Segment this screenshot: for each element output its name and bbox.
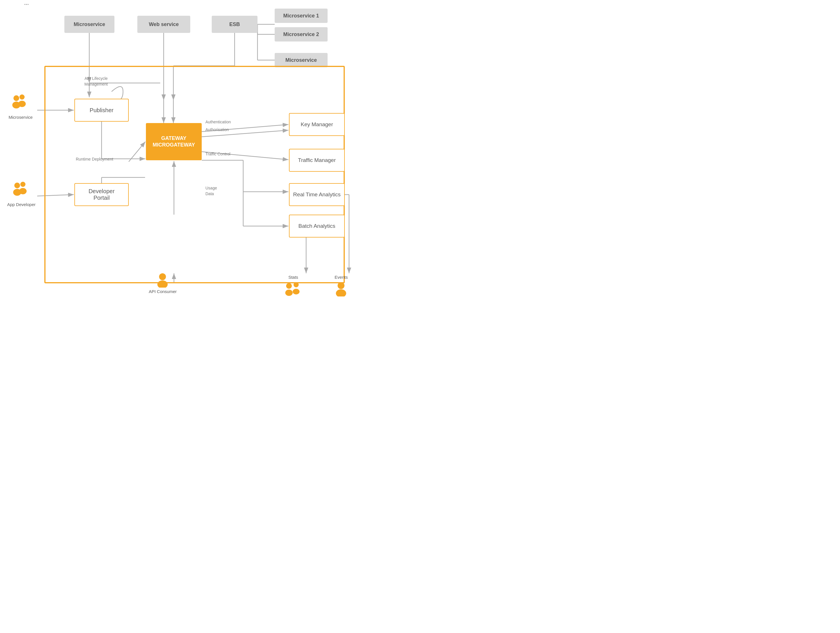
svg-point-40 (14, 183, 20, 188)
microservice3-box: Microservice (275, 53, 328, 67)
stats-label: Stats (288, 275, 298, 279)
key-manager-label: Key Manager (301, 122, 333, 128)
svg-point-39 (18, 101, 26, 107)
svg-point-47 (285, 290, 293, 296)
webservice-top-label: Web service (149, 22, 179, 27)
appdeveloper-person-label: App Developer (7, 202, 35, 207)
svg-point-49 (293, 289, 300, 294)
api-consumer-icon (155, 272, 171, 287)
microservice-person-group: Microservice (9, 93, 33, 120)
traffic-manager-box: Traffic Manager (289, 149, 345, 172)
publisher-label: Publisher (90, 107, 113, 114)
stats-group: Stats (283, 273, 303, 297)
svg-point-44 (159, 273, 166, 280)
realtime-analytics-box: Real Time Analytics (289, 183, 345, 206)
runtime-deployment-label: Runtime Deployment (76, 157, 113, 161)
svg-point-48 (294, 282, 299, 287)
events-icon (333, 281, 349, 297)
api-consumer-label: API Consumer (149, 289, 177, 294)
batch-analytics-label: Batch Analytics (298, 223, 335, 229)
main-border-box (44, 66, 345, 283)
lifecycle-label: API Lifecycle Management (84, 76, 108, 87)
key-manager-box: Key Manager (289, 113, 345, 136)
microservice3-label: Microservice (285, 57, 317, 63)
stats-icon (283, 281, 303, 297)
microservice-person-label: Microservice (9, 115, 33, 120)
svg-point-51 (336, 289, 346, 297)
traffic-manager-label: Traffic Manager (298, 157, 336, 163)
events-group: Events (333, 273, 349, 297)
usage-data-label: Usage Data (205, 185, 217, 197)
traffic-control-label: Traffic Control (205, 152, 230, 156)
gateway-box: GATEWAY MICROGATEWAY (146, 123, 202, 160)
events-label: Events (335, 275, 348, 279)
publisher-box: Publisher (74, 99, 129, 122)
microservice-person-icon (11, 93, 31, 113)
svg-point-42 (20, 182, 25, 187)
svg-point-38 (19, 95, 25, 99)
microservice-dots: ... (0, 0, 53, 6)
appdeveloper-person-group: App Developer (7, 180, 35, 207)
svg-point-50 (338, 282, 344, 289)
esb-top-box: ESB (212, 16, 257, 33)
microservice-top-box: Microservice (65, 16, 114, 33)
api-consumer-group: API Consumer (149, 272, 177, 294)
svg-point-36 (13, 95, 19, 101)
microservice1-box: Microservice 1 (275, 9, 328, 23)
svg-point-43 (19, 188, 27, 194)
esb-top-label: ESB (229, 22, 240, 27)
authorisation-label: Authorisation (205, 127, 229, 132)
microservice-top-label: Microservice (74, 22, 105, 27)
svg-point-46 (286, 283, 292, 289)
authentication-label: Authentication (205, 120, 231, 124)
microservice2-label: Microservice 2 (283, 32, 319, 38)
microservice1-label: Microservice 1 (283, 13, 319, 19)
microservice2-box: Microservice 2 (275, 27, 328, 41)
gateway-label: GATEWAY MICROGATEWAY (153, 135, 195, 148)
svg-point-45 (157, 281, 167, 287)
developer-portal-label: Developer Portail (88, 188, 114, 201)
realtime-analytics-label: Real Time Analytics (293, 191, 341, 198)
webservice-top-box: Web service (137, 16, 190, 33)
diagram-container: Microservice Web service ESB Microservic… (0, 0, 420, 317)
appdeveloper-person-icon (11, 180, 32, 200)
batch-analytics-box: Batch Analytics (289, 215, 345, 238)
developer-portal-box: Developer Portail (74, 183, 129, 206)
